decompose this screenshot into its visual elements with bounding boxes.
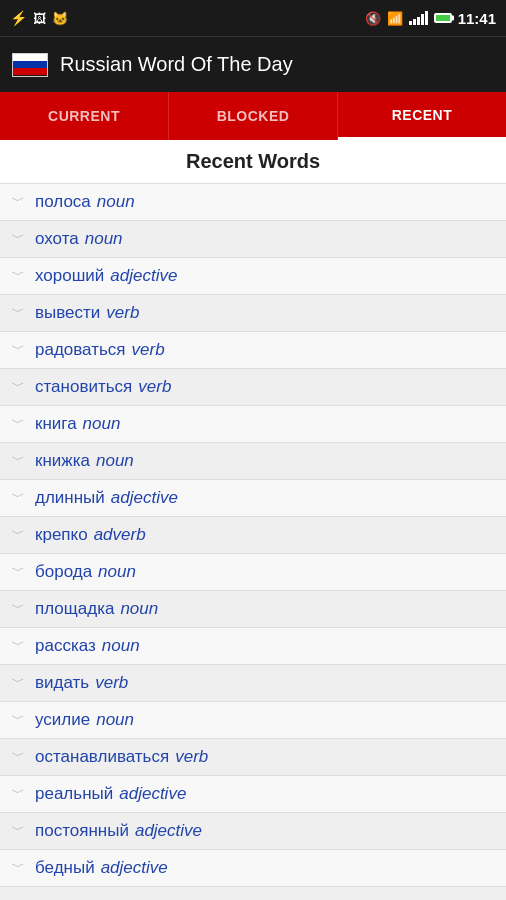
word-text: видать xyxy=(35,673,89,693)
list-item[interactable]: 〉длинныйadjective xyxy=(0,480,506,517)
word-text: радоваться xyxy=(35,340,126,360)
word-type: verb xyxy=(175,747,208,767)
list-item[interactable]: 〉радоватьсяverb xyxy=(0,332,506,369)
word-text: становиться xyxy=(35,377,132,397)
list-item[interactable]: 〉книжкаnoun xyxy=(0,443,506,480)
chevron-down-icon: 〉 xyxy=(8,344,26,357)
list-item[interactable]: 〉площадкаnoun xyxy=(0,591,506,628)
usb-icon: ⚡ xyxy=(10,10,27,26)
word-type: adjective xyxy=(101,858,168,878)
app-title: Russian Word Of The Day xyxy=(60,53,293,76)
word-text: реальный xyxy=(35,784,113,804)
status-right-icons: 🔇 📶 11:41 xyxy=(365,10,496,27)
photo-icon: 🖼 xyxy=(33,11,46,26)
word-type: verb xyxy=(106,303,139,323)
chevron-down-icon: 〉 xyxy=(8,529,26,542)
chevron-down-icon: 〉 xyxy=(8,455,26,468)
word-text: площадка xyxy=(35,599,114,619)
list-item[interactable]: 〉рассказnoun xyxy=(0,628,506,665)
list-item[interactable]: 〉останавливатьсяverb xyxy=(0,739,506,776)
tab-recent[interactable]: RECENT xyxy=(338,92,506,140)
word-text: постоянный xyxy=(35,821,129,841)
face-icon: 🐱 xyxy=(52,11,68,26)
list-item[interactable]: 〉крепкоadverb xyxy=(0,517,506,554)
word-text: охота xyxy=(35,229,79,249)
chevron-down-icon: 〉 xyxy=(8,640,26,653)
list-item[interactable]: 〉становитьсяverb xyxy=(0,369,506,406)
word-type: adjective xyxy=(111,488,178,508)
list-item[interactable]: 〉видатьverb xyxy=(0,665,506,702)
word-type: adverb xyxy=(94,525,146,545)
word-type: noun xyxy=(96,451,134,471)
list-item[interactable]: 〉бородаnoun xyxy=(0,554,506,591)
mute-icon: 🔇 xyxy=(365,11,381,26)
word-text: длинный xyxy=(35,488,105,508)
chevron-down-icon: 〉 xyxy=(8,566,26,579)
word-type: adjective xyxy=(110,266,177,286)
status-left-icons: ⚡ 🖼 🐱 xyxy=(10,10,68,26)
chevron-down-icon: 〉 xyxy=(8,418,26,431)
chevron-down-icon: 〉 xyxy=(8,270,26,283)
tab-bar: CURRENT BLOCKED RECENT xyxy=(0,92,506,140)
word-text: хороший xyxy=(35,266,104,286)
list-item[interactable]: 〉книгаnoun xyxy=(0,406,506,443)
list-item[interactable]: 〉хорошийadjective xyxy=(0,258,506,295)
chevron-down-icon: 〉 xyxy=(8,307,26,320)
status-time: 11:41 xyxy=(458,10,496,27)
word-text: книжка xyxy=(35,451,90,471)
chevron-down-icon: 〉 xyxy=(8,492,26,505)
word-text: книга xyxy=(35,414,77,434)
chevron-down-icon: 〉 xyxy=(8,196,26,209)
chevron-down-icon: 〉 xyxy=(8,677,26,690)
battery-icon xyxy=(434,13,452,23)
chevron-down-icon: 〉 xyxy=(8,788,26,801)
word-type: verb xyxy=(138,377,171,397)
word-type: noun xyxy=(102,636,140,656)
list-item[interactable]: 〉усилиеnoun xyxy=(0,702,506,739)
word-text: борода xyxy=(35,562,92,582)
chevron-down-icon: 〉 xyxy=(8,825,26,838)
word-type: adjective xyxy=(135,821,202,841)
page-title-bar: Recent Words xyxy=(0,140,506,184)
word-text: останавливаться xyxy=(35,747,169,767)
word-text: усилие xyxy=(35,710,90,730)
list-item[interactable]: 〉вывестиverb xyxy=(0,295,506,332)
list-item[interactable]: 〉охотаnoun xyxy=(0,221,506,258)
word-type: verb xyxy=(132,340,165,360)
word-text: крепко xyxy=(35,525,88,545)
chevron-down-icon: 〉 xyxy=(8,714,26,727)
word-text: вывести xyxy=(35,303,100,323)
chevron-down-icon: 〉 xyxy=(8,751,26,764)
russia-flag xyxy=(12,53,48,77)
wifi-icon: 📶 xyxy=(387,11,403,26)
word-type: noun xyxy=(98,562,136,582)
page-title: Recent Words xyxy=(186,150,320,173)
list-item[interactable]: 〉постоянныйadjective xyxy=(0,813,506,850)
chevron-down-icon: 〉 xyxy=(8,381,26,394)
chevron-down-icon: 〉 xyxy=(8,603,26,616)
word-text: бедный xyxy=(35,858,95,878)
list-item[interactable]: 〉полосаnoun xyxy=(0,184,506,221)
list-item[interactable]: 〉коньnoun xyxy=(0,887,506,900)
word-type: verb xyxy=(95,673,128,693)
list-item[interactable]: 〉реальныйadjective xyxy=(0,776,506,813)
chevron-down-icon: 〉 xyxy=(8,233,26,246)
status-bar: ⚡ 🖼 🐱 🔇 📶 11:41 xyxy=(0,0,506,36)
word-list[interactable]: 〉полосаnoun〉охотаnoun〉хорошийadjective〉в… xyxy=(0,184,506,900)
word-type: noun xyxy=(97,192,135,212)
chevron-down-icon: 〉 xyxy=(8,862,26,875)
word-type: noun xyxy=(120,599,158,619)
title-bar: Russian Word Of The Day xyxy=(0,36,506,92)
word-type: noun xyxy=(85,229,123,249)
word-type: adjective xyxy=(119,784,186,804)
word-text: полоса xyxy=(35,192,91,212)
tab-current[interactable]: CURRENT xyxy=(0,92,169,140)
signal-icon xyxy=(409,11,428,25)
word-text: конь xyxy=(35,895,70,900)
word-type: noun xyxy=(83,414,121,434)
tab-blocked[interactable]: BLOCKED xyxy=(169,92,338,140)
word-text: рассказ xyxy=(35,636,96,656)
list-item[interactable]: 〉бедныйadjective xyxy=(0,850,506,887)
word-type: noun xyxy=(96,710,134,730)
word-type: noun xyxy=(76,895,114,900)
